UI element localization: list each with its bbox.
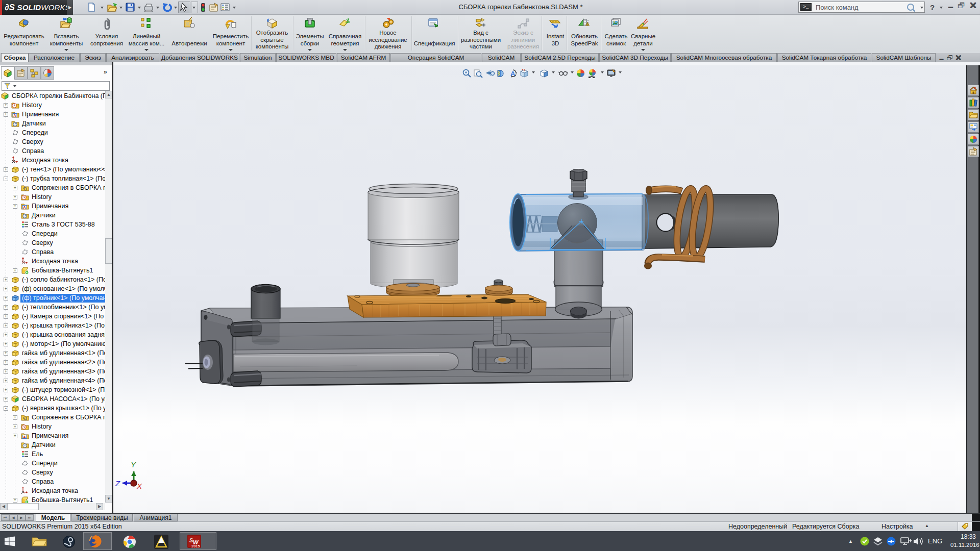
svg-text:A: A (23, 435, 26, 439)
svg-text:X: X (136, 482, 142, 490)
svg-text:2015: 2015 (191, 544, 200, 548)
svg-text:A: A (23, 205, 26, 210)
svg-text:A: A (13, 113, 16, 118)
svg-text:Y: Y (131, 460, 136, 469)
svg-text:Z: Z (115, 479, 120, 488)
